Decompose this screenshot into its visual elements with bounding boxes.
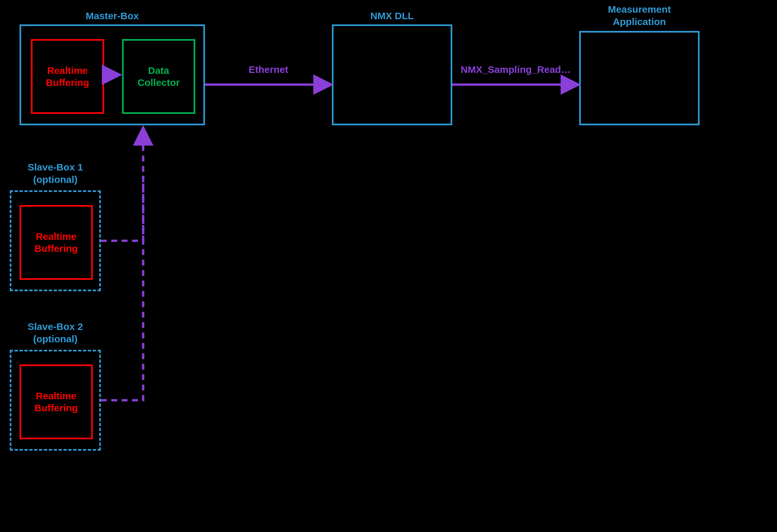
data-collector: Data Collector [122, 39, 195, 114]
nmx-dll-title: NMX DLL [332, 10, 452, 22]
master-realtime-buffering: Realtime Buffering [31, 39, 104, 114]
master-box: Realtime Buffering Data Collector [19, 24, 205, 125]
measurement-app-title: Measurement Application [579, 3, 699, 28]
slave1-realtime-label: Realtime Buffering [34, 230, 78, 255]
data-collector-label: Data Collector [137, 65, 180, 89]
sampling-read-label: NMX_Sampling_Read… [452, 64, 579, 76]
slave-box-2-title: Slave-Box 2 (optional) [10, 320, 101, 345]
diagram-canvas: Master-Box Realtime Buffering Data Colle… [0, 0, 777, 532]
slave1-realtime-buffering: Realtime Buffering [19, 205, 93, 280]
arrow-slave2-to-collector [101, 128, 143, 400]
slave-box-1-title: Slave-Box 1 (optional) [10, 161, 101, 186]
measurement-app-box [579, 31, 699, 125]
nmx-dll-box [332, 24, 452, 125]
arrow-slave1-to-collector [101, 176, 143, 241]
master-box-title: Master-Box [19, 10, 205, 22]
slave2-realtime-buffering: Realtime Buffering [19, 364, 93, 439]
slave2-realtime-label: Realtime Buffering [34, 390, 78, 414]
slave-box-1: Realtime Buffering [10, 190, 101, 291]
ethernet-label: Ethernet [205, 64, 332, 76]
slave-box-2: Realtime Buffering [10, 350, 101, 451]
master-realtime-label: Realtime Buffering [46, 65, 89, 89]
